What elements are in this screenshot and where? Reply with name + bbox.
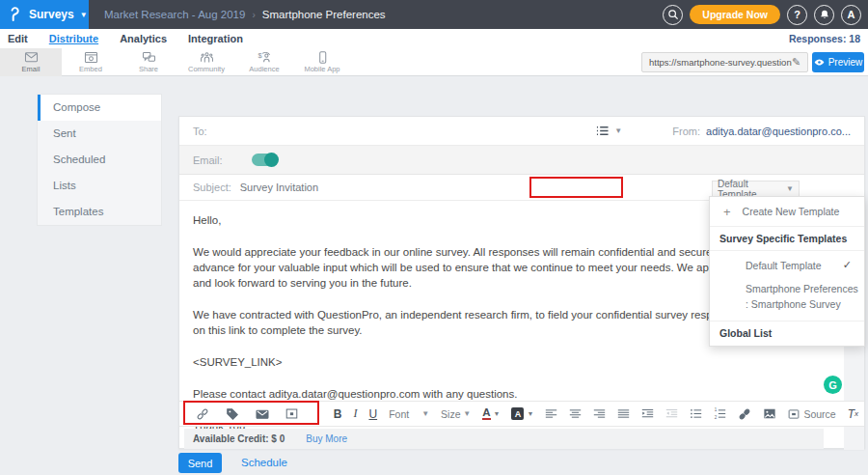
breadcrumb-folder[interactable]: Market Research - Aug 2019 xyxy=(104,9,245,20)
sidebar-item-scheduled[interactable]: Scheduled xyxy=(38,147,161,173)
justify-button[interactable] xyxy=(611,407,636,420)
image-icon xyxy=(763,407,776,420)
svg-text:$: $ xyxy=(258,51,261,60)
channel-mobile-app[interactable]: Mobile App xyxy=(293,48,351,76)
breadcrumb-separator: › xyxy=(252,10,255,20)
share-icon xyxy=(142,51,156,64)
top-header: Surveys ▼ Market Research - Aug 2019 › S… xyxy=(0,0,868,29)
chevron-down-icon: ▼ xyxy=(421,409,429,418)
font-select[interactable]: Font ▼ xyxy=(389,408,429,420)
chevron-down-icon: ▼ xyxy=(494,410,501,417)
channel-community[interactable]: Community xyxy=(177,48,235,76)
available-credit: Available Credit: $ 0 xyxy=(193,433,285,444)
survey-url-field[interactable]: https://smartphone-survey.questionpro ✎ xyxy=(641,52,808,72)
search-button[interactable] xyxy=(663,5,683,25)
subject-label: Subject: xyxy=(193,182,231,193)
tab-integration[interactable]: Integration xyxy=(188,33,243,44)
email-toggle[interactable] xyxy=(252,154,278,166)
grammarly-badge[interactable]: G xyxy=(824,376,842,394)
indent-button[interactable] xyxy=(636,407,660,420)
svg-text:2: 2 xyxy=(715,415,718,420)
editor-toolbar: B I U Font ▼ Size ▼ A ▼ A ▼ xyxy=(179,401,864,427)
upgrade-now-button[interactable]: Upgrade Now xyxy=(690,5,780,24)
from-label: From: xyxy=(672,126,700,137)
channel-embed[interactable]: Embed xyxy=(62,48,120,76)
global-list-header[interactable]: Global List xyxy=(710,321,864,346)
image-button[interactable] xyxy=(757,407,782,420)
sidebar-item-templates[interactable]: Templates xyxy=(38,199,161,225)
align-right-button[interactable] xyxy=(587,407,611,420)
size-select[interactable]: Size ▼ xyxy=(441,408,471,420)
embed-icon xyxy=(84,51,98,64)
align-left-button[interactable] xyxy=(539,407,563,420)
tab-distribute[interactable]: Distribute xyxy=(49,33,98,44)
bullet-list-button[interactable] xyxy=(684,407,708,420)
chevron-down-icon: ▼ xyxy=(80,11,88,19)
align-left-icon xyxy=(545,407,557,420)
create-new-template-item[interactable]: + Create New Template xyxy=(710,197,864,227)
search-icon xyxy=(667,9,679,20)
option-smartphone-preferences[interactable]: Smartphone Preferences : Smartphone Surv… xyxy=(710,279,864,321)
responses-count[interactable]: Responses: 18 xyxy=(789,33,860,44)
option-default-template[interactable]: Default Template ✓ xyxy=(710,251,864,279)
sidebar-item-compose[interactable]: Compose xyxy=(38,95,161,121)
subject-value[interactable]: Survey Invitation xyxy=(240,182,318,193)
source-button[interactable]: Source xyxy=(782,408,841,420)
breadcrumb-survey[interactable]: Smartphone Preferences xyxy=(262,9,386,20)
embed-frame-icon[interactable] xyxy=(285,407,298,420)
send-button[interactable]: Send xyxy=(178,453,222,473)
channel-email[interactable]: Email xyxy=(0,48,62,76)
bell-icon xyxy=(819,9,830,20)
surveys-menu[interactable]: Surveys ▼ xyxy=(0,0,89,29)
notifications-button[interactable] xyxy=(814,5,834,25)
merge-tag-icon[interactable] xyxy=(226,407,239,421)
buy-more-link[interactable]: Buy More xyxy=(306,433,347,444)
credit-strip: Available Credit: $ 0 Buy More xyxy=(184,429,824,449)
toolbar-divider xyxy=(318,406,319,422)
select-list-button[interactable]: ▼ xyxy=(595,125,622,137)
align-center-button[interactable] xyxy=(563,407,587,420)
chevron-down-icon: ▼ xyxy=(614,126,622,135)
survey-templates-header: Survey Specific Templates xyxy=(710,227,864,251)
link-icon xyxy=(738,407,751,421)
bold-button[interactable]: B xyxy=(328,407,348,421)
channel-audience[interactable]: $ Audience xyxy=(235,48,293,76)
channel-share[interactable]: Share xyxy=(120,48,177,76)
align-right-icon xyxy=(593,407,606,420)
schedule-link[interactable]: Schedule xyxy=(241,457,287,468)
breadcrumb: Market Research - Aug 2019 › Smartphone … xyxy=(104,9,386,20)
email-label: Email: xyxy=(193,154,223,166)
italic-button[interactable]: I xyxy=(347,406,363,421)
link-button[interactable] xyxy=(732,407,757,421)
body-paragraph: <SURVEY_LINK> xyxy=(193,354,810,370)
insert-link-icon[interactable] xyxy=(196,407,209,421)
sidebar-item-sent[interactable]: Sent xyxy=(38,121,161,147)
underline-button[interactable]: U xyxy=(363,407,383,421)
tab-edit[interactable]: Edit xyxy=(8,33,28,44)
justify-icon xyxy=(617,407,630,420)
preview-button[interactable]: Preview xyxy=(812,52,864,72)
bg-color-button[interactable]: A ▼ xyxy=(505,407,539,420)
numbered-list-button[interactable]: 12 xyxy=(708,407,732,420)
body-paragraph: Please contact aditya.datar@questionpro.… xyxy=(193,386,810,402)
from-email[interactable]: aditya.datar@questionpro.co... xyxy=(706,126,851,137)
outdent-icon xyxy=(665,407,678,420)
template-selector[interactable]: Default Template ▼ xyxy=(712,181,800,197)
remove-format-button[interactable]: Tx xyxy=(842,407,864,421)
email-icon xyxy=(24,51,39,64)
email-footer-icon[interactable] xyxy=(256,408,269,420)
survey-url-text: https://smartphone-survey.questionpro xyxy=(649,57,792,68)
source-icon xyxy=(788,408,800,420)
sidebar-item-lists[interactable]: Lists xyxy=(38,173,161,199)
from-field: From: aditya.datar@questionpro.co... xyxy=(672,126,851,137)
template-dropdown-menu: + Create New Template Survey Specific Te… xyxy=(709,196,865,347)
tab-analytics[interactable]: Analytics xyxy=(120,33,167,44)
eye-icon xyxy=(814,58,825,67)
header-actions: Upgrade Now ? A xyxy=(663,5,868,25)
help-button[interactable]: ? xyxy=(787,5,807,25)
outdent-button[interactable] xyxy=(660,407,684,420)
edit-url-icon[interactable]: ✎ xyxy=(792,56,800,69)
questionpro-app: Surveys ▼ Market Research - Aug 2019 › S… xyxy=(0,0,868,475)
text-color-button[interactable]: A ▼ xyxy=(476,407,505,420)
avatar[interactable]: A xyxy=(841,5,861,25)
